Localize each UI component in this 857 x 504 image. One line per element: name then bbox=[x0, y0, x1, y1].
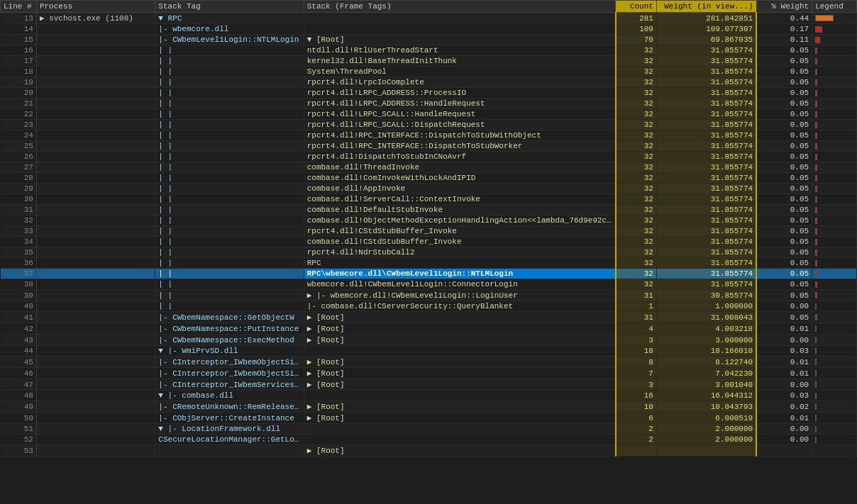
table-row[interactable]: 32 | |combase.dll!ObjectMethodExceptionH… bbox=[1, 215, 857, 226]
legend-bar bbox=[815, 260, 817, 267]
cell-stack-tag: ▼ RPC bbox=[155, 13, 304, 24]
cell-line: 23 bbox=[1, 120, 37, 130]
cell-line: 25 bbox=[1, 141, 37, 152]
table-row[interactable]: 31 | |combase.dll!DefaultStubInvoke3231.… bbox=[1, 205, 857, 215]
cell-weight: 109.077307 bbox=[656, 24, 756, 35]
cell-weight: 8.122740 bbox=[656, 357, 756, 368]
cell-legend bbox=[812, 45, 857, 56]
cell-process bbox=[36, 368, 155, 379]
header-stack-tag[interactable]: Stack Tag bbox=[155, 1, 304, 13]
table-row[interactable]: 18 | |System\ThreadPool3231.8557740.05 bbox=[1, 67, 857, 77]
table-row[interactable]: 43 |- CWbemNamespace::ExecMethod▶ [Root]… bbox=[1, 335, 857, 346]
header-line[interactable]: Line # bbox=[1, 1, 37, 13]
cell-line: 18 bbox=[1, 67, 37, 77]
header-count[interactable]: Count bbox=[616, 1, 657, 13]
table-row[interactable]: 17 | |kernel32.dll!BaseThreadInitThunk32… bbox=[1, 56, 857, 67]
header-pct-weight[interactable]: % Weight bbox=[756, 1, 812, 13]
table-row[interactable]: 14 |- wbemcore.dll109109.0773070.17 bbox=[1, 24, 857, 35]
cell-weight: 18.166010 bbox=[656, 346, 756, 357]
header-weight[interactable]: Weight (in view...) bbox=[656, 1, 756, 13]
table-row[interactable]: 51 ▼ |- LocationFramework.dll22.0000000.… bbox=[1, 424, 857, 435]
table-row[interactable]: 21 | |rpcrt4.dll!LRPC_ADDRESS::HandleReq… bbox=[1, 99, 857, 109]
table-row[interactable]: 53▶ [Root] bbox=[1, 445, 857, 457]
table-row[interactable]: 20 | |rpcrt4.dll!LRPC_ADDRESS::ProcessIO… bbox=[1, 88, 857, 99]
cell-frame-tags: kernel32.dll!BaseThreadInitThunk bbox=[304, 56, 616, 67]
table-row[interactable]: 19 | |rpcrt4.dll!LrpcIoComplete3231.8557… bbox=[1, 77, 857, 88]
table-row[interactable]: 25 | |rpcrt4.dll!RPC_INTERFACE::Dispatch… bbox=[1, 141, 857, 152]
cell-process bbox=[36, 205, 155, 215]
table-row[interactable]: 24 | |rpcrt4.dll!RPC_INTERFACE::Dispatch… bbox=[1, 130, 857, 141]
table-row[interactable]: 16 | |ntdll.dll!RtlUserThreadStart3231.8… bbox=[1, 45, 857, 56]
header-process[interactable]: Process bbox=[36, 1, 155, 13]
cell-pct-weight: 0.05 bbox=[756, 258, 812, 269]
cell-stack-tag: | | bbox=[155, 56, 304, 67]
table-row[interactable]: 37 | |RPC\wbemcore.dll\CWbemLevel1Login:… bbox=[1, 269, 857, 279]
cell-stack-tag: ▼ |- LocationFramework.dll bbox=[155, 424, 304, 435]
cell-stack-tag: | | bbox=[155, 205, 304, 215]
table-row[interactable]: 39 | |▶ |- wbemcore.dll!CWbemLevel1Login… bbox=[1, 290, 857, 301]
table-row[interactable]: 47 |- CInterceptor_IWbemServices_Interce… bbox=[1, 379, 857, 391]
cell-count: 31 bbox=[616, 290, 657, 301]
cell-weight: 4.003218 bbox=[656, 323, 756, 335]
table-row[interactable]: 28 | |combase.dll!ComInvokeWithLockAndIP… bbox=[1, 173, 857, 184]
table-row[interactable]: 45 |- CInterceptor_IWbemObjectSink::SetS… bbox=[1, 357, 857, 368]
table-row[interactable]: 42 |- CWbemNamespace::PutInstance▶ [Root… bbox=[1, 323, 857, 335]
header-frame-tags[interactable]: Stack (Frame Tags) bbox=[304, 1, 616, 13]
table-row[interactable]: 23 | |rpcrt4.dll!LRPC_SCALL::DispatchReq… bbox=[1, 120, 857, 130]
table-row[interactable]: 30 | |combase.dll!ServerCall::ContextInv… bbox=[1, 194, 857, 205]
legend-bar bbox=[815, 370, 817, 376]
table-row[interactable]: 49 |- CRemoteUnknown::RemReleaseWorker▶ … bbox=[1, 401, 857, 413]
table-row[interactable]: 46 |- CInterceptor_IWbemObjectSink::Indi… bbox=[1, 368, 857, 379]
cell-legend bbox=[812, 247, 857, 258]
cell-count: 32 bbox=[616, 279, 657, 290]
table-row[interactable]: 34 | |combase.dll!CStdStubBuffer_Invoke3… bbox=[1, 237, 857, 247]
cell-process bbox=[36, 162, 155, 173]
cell-frame-tags: rpcrt4.dll!LRPC_SCALL::DispatchRequest bbox=[304, 120, 616, 130]
cell-count: 4 bbox=[616, 323, 657, 335]
cell-line: 38 bbox=[1, 279, 37, 290]
cell-pct-weight: 0.05 bbox=[756, 184, 812, 194]
cell-process bbox=[36, 226, 155, 237]
cell-count: 32 bbox=[616, 258, 657, 269]
cell-pct-weight: 0.01 bbox=[756, 357, 812, 368]
table-row[interactable]: 41 |- CWbemNamespace::GetObjectW▶ [Root]… bbox=[1, 312, 857, 323]
table-row[interactable]: 35 | |rpcrt4.dll!NdrStubCall23231.855774… bbox=[1, 247, 857, 258]
table-row[interactable]: 52 CSecureLocationManager::GetLocationSe… bbox=[1, 435, 857, 445]
legend-bar bbox=[815, 403, 817, 410]
legend-bar bbox=[815, 281, 817, 288]
cell-line: 44 bbox=[1, 346, 37, 357]
table-row[interactable]: 29 | |combase.dll!AppInvoke3231.8557740.… bbox=[1, 184, 857, 194]
table-row[interactable]: 13▶ svchost.exe (1108)▼ RPC281281.842851… bbox=[1, 13, 857, 24]
cell-process bbox=[36, 56, 155, 67]
cell-pct-weight: 0.03 bbox=[756, 391, 812, 401]
table-row[interactable]: 40 | ||- combase.dll!CServerSecurity::Qu… bbox=[1, 301, 857, 312]
cell-pct-weight: 0.00 bbox=[756, 379, 812, 391]
cell-weight: 31.855774 bbox=[656, 258, 756, 269]
cell-stack-tag: | | bbox=[155, 215, 304, 226]
header-legend[interactable]: Legend bbox=[812, 1, 857, 13]
table-row[interactable]: 48 ▼ |- combase.dll1616.0443120.03 bbox=[1, 391, 857, 401]
cell-count: 32 bbox=[616, 194, 657, 205]
cell-pct-weight: 0.02 bbox=[756, 401, 812, 413]
cell-stack-tag: | | bbox=[155, 247, 304, 258]
cell-stack-tag: |- CRemoteUnknown::RemReleaseWorker bbox=[155, 401, 304, 413]
table-row[interactable]: 22 | |rpcrt4.dll!LRPC_SCALL::HandleReque… bbox=[1, 109, 857, 120]
cell-pct-weight: 0.05 bbox=[756, 215, 812, 226]
main-table-container[interactable]: Line # Process Stack Tag Stack (Frame Ta… bbox=[0, 0, 857, 504]
table-row[interactable]: 44 ▼ |- WmiPrvSD.dll1818.1660100.03 bbox=[1, 346, 857, 357]
table-row[interactable]: 50 |- CObjServer::CreateInstance▶ [Root]… bbox=[1, 413, 857, 424]
cell-stack-tag: | | bbox=[155, 120, 304, 130]
cell-pct-weight: 0.00 bbox=[756, 335, 812, 346]
table-row[interactable]: 38 | |wbemcore.dll!CWbemLevel1Login::Con… bbox=[1, 279, 857, 290]
cell-legend bbox=[812, 194, 857, 205]
cell-weight: 31.855774 bbox=[656, 99, 756, 109]
cell-count: 2 bbox=[616, 424, 657, 435]
table-row[interactable]: 15 |- CWbemLevel1Login::NTLMLogin▼ [Root… bbox=[1, 35, 857, 45]
table-row[interactable]: 36 | |RPC3231.8557740.05 bbox=[1, 258, 857, 269]
cell-pct-weight: 0.05 bbox=[756, 226, 812, 237]
cell-legend bbox=[812, 109, 857, 120]
table-row[interactable]: 26 | |rpcrt4.dll!DispatchToStubInCNoAvrf… bbox=[1, 152, 857, 162]
table-row[interactable]: 27 | |combase.dll!ThreadInvoke3231.85577… bbox=[1, 162, 857, 173]
table-row[interactable]: 33 | |rpcrt4.dll!CStdStubBuffer_Invoke32… bbox=[1, 226, 857, 237]
cell-count: 32 bbox=[616, 67, 657, 77]
